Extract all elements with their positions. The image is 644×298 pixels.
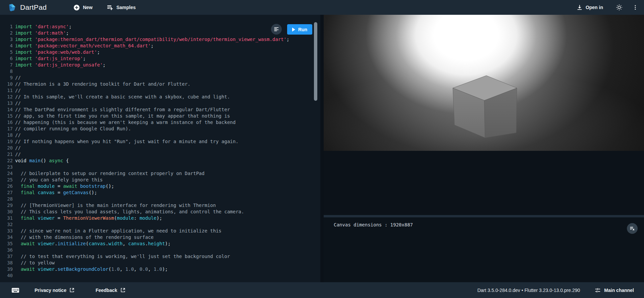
privacy-notice-link[interactable]: Privacy notice [35,288,74,293]
line-number: 32 [0,221,13,228]
code-line[interactable]: 9// [0,75,320,81]
line-number: 18 [0,132,13,138]
playlist-remove-icon [630,226,635,231]
code-line[interactable]: 21// [0,151,320,158]
code-line[interactable]: 40 [0,272,320,279]
code-line[interactable]: 5import 'package:web/web.dart'; [0,49,320,55]
line-number: 6 [0,55,13,62]
line-code: import 'dart:async'; [15,24,72,30]
line-code: // In this sample, we'll create a basic … [15,94,230,100]
line-number: 21 [0,151,13,158]
code-line[interactable]: 34 // with the dimensions of the renderi… [0,234,320,241]
code-line[interactable]: 36 [0,247,320,253]
run-button[interactable]: Run [287,24,312,35]
channel-selector[interactable]: Main channel [595,287,634,293]
line-number: 13 [0,100,13,107]
line-number: 33 [0,228,13,234]
code-line[interactable]: 13// [0,100,320,107]
line-number: 35 [0,241,13,247]
code-line[interactable]: 17// compiler running on Google Cloud Ru… [0,126,320,132]
code-line[interactable]: 12// In this sample, we'll create a basi… [0,94,320,100]
line-number: 23 [0,164,13,170]
format-button[interactable] [271,24,282,35]
code-line[interactable]: 23 [0,164,320,170]
code-line[interactable]: 31 final viewer = ThermionViewerWasm(mod… [0,215,320,221]
sdk-version-text: Dart 3.5.0-284.0.dev • Flutter 3.23.0-13… [477,288,580,293]
code-line[interactable]: 4import 'package:vector_math/vector_math… [0,43,320,49]
code-line[interactable]: 35 await viewer.initialize(canvas.width,… [0,241,320,247]
code-line[interactable]: 33 // since we're not in a Flutter appli… [0,228,320,234]
code-line[interactable]: 28 [0,196,320,202]
samples-button-label: Samples [116,5,136,10]
line-number: 22 [0,158,13,164]
clear-console-button[interactable] [627,223,638,234]
code-line[interactable]: 39 await viewer.setBackgroundColor(1.0, … [0,266,320,272]
code-line[interactable]: 38 // to yellow [0,260,320,266]
line-number: 17 [0,126,13,132]
format-align-left-icon [274,27,279,32]
line-number: 37 [0,253,13,260]
preview-empty-area [324,151,644,215]
code-line[interactable]: 26 final module = await bootstrap(); [0,183,320,189]
line-code: await viewer.initialize(canvas.width, ca… [15,241,171,247]
line-code: // [15,87,21,94]
feedback-link[interactable]: Feedback [96,288,125,293]
line-code: import 'package:web/web.dart'; [15,49,100,55]
code-line[interactable]: 24 // boilerplate to setup our rendering… [0,170,320,177]
code-line[interactable]: 29 // [ThermionViewer] is the main inter… [0,202,320,209]
code-line[interactable]: 37 // to test that everything is working… [0,253,320,260]
line-number: 16 [0,119,13,126]
line-code: // The DartPad environment is slightly d… [15,107,230,113]
line-number: 1 [0,24,13,30]
theme-toggle-button[interactable] [613,1,625,13]
line-code: // you can safely ignore this [15,177,103,183]
line-code: // compiler running on Google Cloud Run)… [15,126,131,132]
console-panel: Canvas dimensions : 644x298 [324,217,644,282]
line-code: // [15,75,21,81]
code-line[interactable]: 3import 'package:thermion_dart/thermion_… [0,36,320,43]
footer-right: Dart 3.5.0-284.0.dev • Flutter 3.23.0-13… [477,287,644,293]
open-in-button[interactable]: Open in [577,4,603,10]
code-line[interactable]: 6import 'dart:js_interop'; [0,55,320,62]
line-number: 5 [0,49,13,55]
channel-label: Main channel [604,288,634,293]
line-number: 4 [0,43,13,49]
line-code: import 'package:thermion_dart/thermion_d… [15,36,289,43]
code-line[interactable]: 19// If nothing happens when you hit "Ru… [0,138,320,145]
samples-button[interactable]: Samples [107,4,136,11]
code-line[interactable]: 18// [0,132,320,138]
new-button[interactable]: New [73,4,93,11]
line-code: void main() async { [15,158,69,164]
keyboard-shortcuts-button[interactable] [11,287,19,293]
code-editor[interactable]: 1import 'dart:async';2import 'dart:math'… [0,15,320,282]
status-bar: Privacy notice Feedback Dart 3.5.0-284.0… [0,282,644,298]
line-number: 11 [0,87,13,94]
code-line[interactable]: 20// [0,145,320,151]
keyboard-icon [11,287,19,293]
code-line[interactable]: 27 final canvas = getCanvas(); [0,189,320,196]
new-button-label: New [83,5,93,10]
code-line[interactable]: 15// app, so the first time you run this… [0,113,320,119]
brightness-sun-icon [616,4,623,11]
overflow-menu-button[interactable] [629,1,641,13]
code-line[interactable]: 22void main() async { [0,158,320,164]
code-line[interactable]: 32 [0,221,320,228]
code-line[interactable]: 11// [0,87,320,94]
console-splitter[interactable] [324,215,644,217]
code-line[interactable]: 16// happening (this is because we aren'… [0,119,320,126]
line-number: 15 [0,113,13,119]
code-line[interactable]: 10// Thermion is a 3D rendering toolkit … [0,81,320,87]
code-line[interactable]: 30 // This class lets you load assets, l… [0,209,320,215]
line-number: 26 [0,183,13,189]
code-line[interactable]: 25 // you can safely ignore this [0,177,320,183]
line-code: // since we're not in a Flutter applicat… [15,228,221,234]
line-number: 2 [0,30,13,36]
code-line[interactable]: 8 [0,68,320,75]
code-line[interactable]: 14// The DartPad environment is slightly… [0,107,320,113]
render-canvas[interactable] [324,15,644,151]
code-lines: 1import 'dart:async';2import 'dart:math'… [0,15,320,279]
open-in-label: Open in [586,5,603,10]
editor-scrollbar-thumb[interactable] [314,22,317,101]
line-code: // [15,151,21,158]
code-line[interactable]: 7import 'dart:js_interop_unsafe'; [0,62,320,68]
